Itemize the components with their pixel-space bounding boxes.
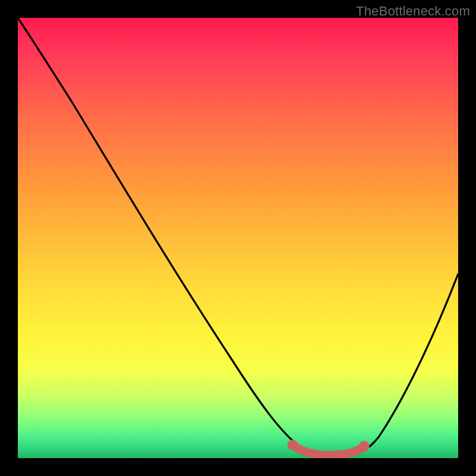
bottleneck-curve: [18, 18, 458, 455]
flat-end-dot: [359, 441, 369, 452]
plot-area: [18, 18, 458, 458]
bottleneck-curve-layer: [18, 18, 458, 458]
flat-start-dot: [287, 440, 298, 450]
chart-frame: TheBottleneck.com: [0, 0, 476, 476]
flat-band: [293, 445, 364, 455]
watermark-text: TheBottleneck.com: [356, 4, 470, 19]
